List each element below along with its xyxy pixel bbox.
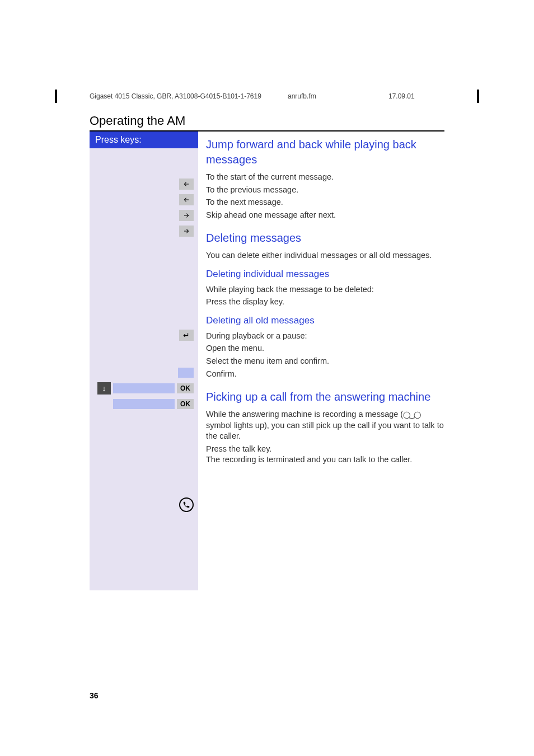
arrow-right-icon bbox=[179, 210, 194, 221]
arrow-left-icon bbox=[179, 179, 194, 190]
text-del-all-4: Confirm. bbox=[206, 369, 444, 380]
text-del-all-3: Select the menu item and confirm. bbox=[206, 356, 444, 367]
text-del-all-1: During playback or a pause: bbox=[206, 331, 444, 342]
enter-key-icon: ↵ bbox=[179, 330, 194, 341]
menu-item-select bbox=[113, 383, 175, 393]
talk-key-icon bbox=[179, 497, 194, 512]
pickup-1a: While the answering machine is recording… bbox=[206, 410, 403, 419]
arrow-right-icon bbox=[179, 226, 194, 237]
arrow-left-icon bbox=[179, 194, 194, 205]
heading-delete-indiv: Deleting individual messages bbox=[206, 268, 444, 281]
page-number: 36 bbox=[90, 691, 99, 700]
section-title: Operating the AM bbox=[90, 114, 444, 132]
text-to-start: To the start of the current message. bbox=[206, 172, 444, 183]
text-delete-intro: You can delete either individual message… bbox=[206, 250, 444, 261]
ok-key: OK bbox=[177, 383, 194, 393]
body-content: Jump forward and back while playing back… bbox=[198, 132, 444, 590]
keys-sidebar: Press keys: bbox=[90, 132, 198, 590]
text-pickup-1: While the answering machine is recording… bbox=[206, 409, 444, 442]
tape-icon: ◯‿◯ bbox=[403, 411, 420, 419]
sidebar-header: Press keys: bbox=[90, 132, 198, 148]
crop-mark bbox=[55, 90, 57, 103]
text-pickup-2: Press the talk key. The recording is ter… bbox=[206, 444, 444, 466]
text-del-all-2: Open the menu. bbox=[206, 343, 444, 354]
heading-delete-all: Deleting all old messages bbox=[206, 314, 444, 327]
text-to-prev: To the previous message. bbox=[206, 185, 444, 196]
text-del-indiv-2: Press the display key. bbox=[206, 297, 444, 308]
menu-select-placeholder bbox=[178, 368, 194, 378]
confirm-select bbox=[113, 399, 175, 409]
heading-pickup: Picking up a call from the answering mac… bbox=[206, 389, 444, 405]
ok-key: OK bbox=[177, 399, 194, 409]
crop-mark bbox=[477, 90, 479, 103]
pickup-1b: symbol lights up), you can still pick up… bbox=[206, 421, 444, 441]
heading-delete: Deleting messages bbox=[206, 231, 444, 246]
file-name: anrufb.fm bbox=[288, 92, 388, 100]
down-arrow-key: ↓ bbox=[97, 382, 111, 395]
doc-id: Gigaset 4015 Classic, GBR, A31008-G4015-… bbox=[90, 92, 288, 100]
doc-date: 17.09.01 bbox=[388, 92, 444, 100]
header-meta: Gigaset 4015 Classic, GBR, A31008-G4015-… bbox=[90, 92, 444, 114]
text-del-indiv-1: While playing back the message to be del… bbox=[206, 284, 444, 295]
heading-jump: Jump forward and back while playing back… bbox=[206, 137, 444, 167]
text-skip-ahead: Skip ahead one message after next. bbox=[206, 210, 444, 221]
text-to-next: To the next message. bbox=[206, 197, 444, 208]
